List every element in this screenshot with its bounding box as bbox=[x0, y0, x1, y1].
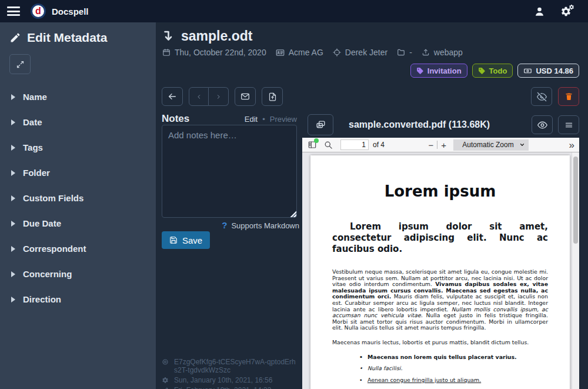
caret-right-icon bbox=[11, 94, 15, 100]
notes-link-separator: • bbox=[262, 115, 265, 124]
pdf-sidebar-toggle-button[interactable] bbox=[308, 140, 317, 149]
upload-icon bbox=[422, 48, 430, 56]
caret-right-icon bbox=[11, 195, 15, 201]
sidebar-item-tags[interactable]: Tags bbox=[0, 138, 156, 157]
floppy-save-icon bbox=[169, 236, 178, 244]
item-action-toolbar bbox=[162, 87, 283, 106]
sidebar-item-name[interactable]: Name bbox=[0, 87, 156, 107]
pdf-scrollbar-thumb[interactable] bbox=[573, 157, 578, 244]
images-icon bbox=[316, 120, 326, 130]
custom-field-badge-usd: USD 14.86 bbox=[517, 64, 579, 78]
tag-icon bbox=[478, 67, 486, 75]
calendar-icon bbox=[162, 48, 171, 56]
markdown-hint[interactable]: ? Supports Markdown bbox=[162, 220, 299, 230]
pdf-page: Lorem ipsum Lorem ipsum dolor sit amet, … bbox=[310, 155, 570, 389]
settings-gears-icon[interactable] bbox=[560, 6, 572, 17]
item-folder: - bbox=[397, 48, 412, 57]
tag-icon bbox=[416, 67, 424, 75]
zoom-in-button[interactable]: + bbox=[437, 140, 450, 150]
app-title: Docspell bbox=[52, 6, 89, 16]
doc-paragraph-2: Maecenas mauris lectus, lobortis et puru… bbox=[332, 340, 548, 346]
menu-hamburger-icon[interactable] bbox=[7, 6, 20, 16]
gear-icon bbox=[162, 376, 169, 384]
trash-icon bbox=[564, 92, 573, 101]
caret-right-icon bbox=[11, 119, 15, 125]
direction-incoming-icon bbox=[162, 30, 174, 43]
chevron-down-icon bbox=[519, 142, 525, 148]
doc-bullet: Nulla facilisi. bbox=[359, 365, 548, 372]
caret-right-icon bbox=[11, 170, 15, 176]
sidebar-item-due-date[interactable]: Due Date bbox=[0, 214, 156, 233]
folder-icon bbox=[397, 48, 405, 56]
item-title: sample.odt bbox=[162, 28, 252, 44]
pdf-scrollbar-track[interactable] bbox=[572, 152, 579, 389]
notes-title: Notes bbox=[162, 113, 189, 125]
item-meta-row: Thu, October 22nd, 2020 Acme AG Derek Je… bbox=[162, 48, 463, 57]
item-date: Thu, October 22nd, 2020 bbox=[162, 48, 266, 57]
attachment-header: sample.converted.pdf (113.68K) bbox=[302, 112, 579, 138]
pdf-search-button[interactable] bbox=[324, 141, 333, 149]
notes-header: Notes Edit • Preview bbox=[162, 113, 297, 125]
bullseye-icon bbox=[162, 358, 169, 374]
sidebar-item-custom-fields[interactable]: Custom Fields bbox=[0, 188, 156, 208]
item-danger-toolbar bbox=[531, 87, 579, 106]
caret-right-icon bbox=[11, 221, 15, 227]
user-icon[interactable] bbox=[534, 6, 545, 17]
doc-subtitle: Lorem ipsum dolor sit amet, consectetur … bbox=[332, 221, 548, 255]
attachment-menu-button[interactable] bbox=[558, 115, 579, 134]
item-source: webapp bbox=[422, 48, 463, 57]
sidebar-item-date[interactable]: Date bbox=[0, 112, 156, 132]
caret-right-icon bbox=[11, 271, 15, 277]
tag-badge-invitation: Invitation bbox=[410, 64, 467, 78]
item-correspondent: Acme AG bbox=[276, 48, 323, 57]
unconfirm-button[interactable] bbox=[531, 87, 552, 106]
send-mail-button[interactable] bbox=[235, 87, 256, 106]
sidebar-item-correspondent[interactable]: Correspondent bbox=[0, 239, 156, 258]
created-row: Sun, January 10th, 2021, 16:56 bbox=[162, 376, 298, 384]
attachment-filename: sample.converted.pdf (113.68K) bbox=[349, 119, 490, 130]
question-icon: ? bbox=[222, 220, 227, 230]
attachment-view-button[interactable] bbox=[532, 115, 553, 134]
zoom-select[interactable]: Automatic Zoom bbox=[453, 139, 529, 151]
next-item-button[interactable] bbox=[209, 87, 229, 106]
add-file-button[interactable] bbox=[262, 87, 283, 106]
expand-all-button[interactable] bbox=[9, 54, 31, 74]
zoom-out-button[interactable]: − bbox=[425, 140, 437, 150]
chevron-left-icon bbox=[196, 94, 202, 100]
id-card-icon bbox=[276, 48, 285, 57]
item-id-row: E7zgQefKfg6-tCEScyeH7wA-qptodErhs2T-tgdv… bbox=[162, 358, 298, 374]
docspell-logo[interactable]: d bbox=[31, 4, 46, 19]
notes-input[interactable] bbox=[162, 125, 297, 218]
item-concerning: Derek Jeter bbox=[333, 48, 387, 57]
notification-dot bbox=[314, 138, 319, 143]
eye-icon bbox=[537, 120, 547, 130]
doc-paragraph-1: Vestibulum neque massa, scelerisque sit … bbox=[332, 269, 548, 331]
eye-slash-icon bbox=[537, 92, 547, 102]
sidebar-title: Edit Metadata bbox=[0, 22, 156, 45]
doc-bullet-list: Maecenas non lorem quis tellus placerat … bbox=[332, 354, 548, 389]
edit-metadata-sidebar: Edit Metadata Name Date Tags Folder Cust… bbox=[0, 22, 156, 389]
back-button[interactable] bbox=[162, 87, 183, 106]
notes-preview-link[interactable]: Preview bbox=[270, 115, 297, 124]
item-badges: Invitation Todo USD 14.86 bbox=[410, 64, 579, 78]
pdfjs-toolbar: of 4 − + Automatic Zoom » bbox=[302, 138, 579, 152]
notes-edit-link[interactable]: Edit bbox=[245, 115, 258, 124]
sidebar-item-direction[interactable]: Direction bbox=[0, 290, 156, 309]
magnifier-icon bbox=[324, 141, 333, 149]
envelope-icon bbox=[240, 92, 250, 101]
item-meta-footer: E7zgQefKfg6-tCEScyeH7wA-qptodErhs2T-tgdv… bbox=[162, 358, 298, 389]
pencil-icon bbox=[9, 32, 21, 44]
delete-button[interactable] bbox=[558, 87, 579, 106]
save-button[interactable]: Save bbox=[162, 231, 210, 249]
pdf-page-input[interactable] bbox=[340, 139, 369, 150]
doc-title: Lorem ipsum bbox=[332, 182, 548, 200]
toggle-original-file-button[interactable] bbox=[308, 114, 333, 135]
sidebar-item-folder[interactable]: Folder bbox=[0, 163, 156, 182]
prev-item-button[interactable] bbox=[189, 87, 209, 106]
toolbar-expand-button[interactable]: » bbox=[569, 140, 574, 150]
pdf-viewer: Lorem ipsum Lorem ipsum dolor sit amet, … bbox=[302, 152, 579, 389]
sidebar-item-concerning[interactable]: Concerning bbox=[0, 264, 156, 284]
file-upload-icon bbox=[268, 92, 277, 101]
expand-icon bbox=[16, 60, 25, 69]
top-bar: d Docspell bbox=[0, 0, 588, 22]
